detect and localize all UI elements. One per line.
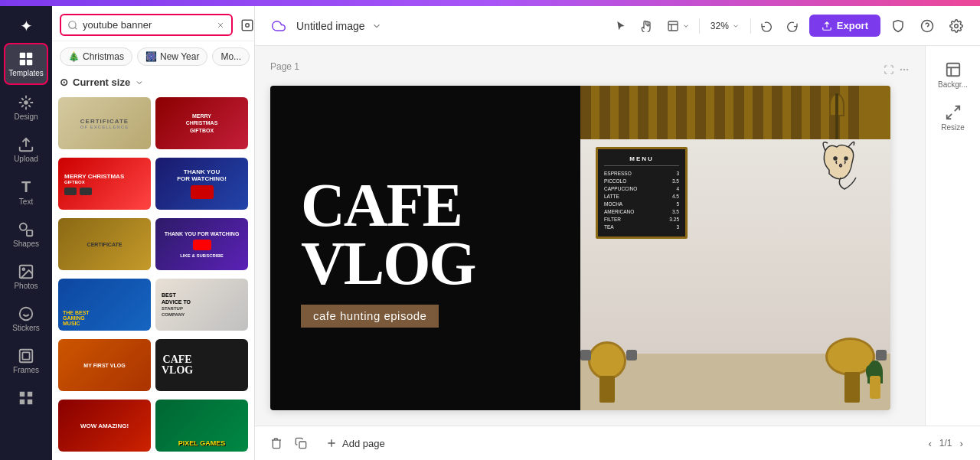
templates-label: Templates xyxy=(8,69,44,77)
search-input-wrap[interactable] xyxy=(60,14,233,36)
svg-rect-12 xyxy=(20,392,24,396)
sidebar-item-upload[interactable]: Upload xyxy=(4,130,48,169)
cafe-photo: MENU ESPRESSO 3 PICCOLO 3.5 xyxy=(580,86,890,410)
svg-rect-10 xyxy=(20,350,33,363)
visual-search-button[interactable] xyxy=(237,15,255,35)
sidebar-item-shapes[interactable]: Shapes xyxy=(4,215,48,254)
template-card[interactable]: MERRY CHRISTMAS GIFTBOX xyxy=(58,158,151,210)
expand-icon xyxy=(884,64,894,75)
chip-more[interactable]: Mo... xyxy=(212,47,250,66)
template-card[interactable]: THANK YOUFOR WATCHING! xyxy=(155,158,248,210)
search-input[interactable] xyxy=(83,19,211,31)
undo-icon xyxy=(760,20,773,32)
template-card[interactable]: THE BEST GAMING MUSIC xyxy=(58,279,151,331)
sidebar-item-more[interactable] xyxy=(4,383,48,413)
svg-rect-17 xyxy=(242,20,253,31)
shield-icon-button[interactable] xyxy=(887,15,910,38)
hand-tool-button[interactable] xyxy=(636,15,658,37)
main-content: Untitled image 32% xyxy=(255,6,980,460)
cafe-furniture xyxy=(580,303,890,403)
template-card[interactable]: MERRYCHRISTMASGIFTBOX xyxy=(155,97,248,149)
chip-christmas[interactable]: 🎄 Christmas xyxy=(60,47,132,66)
background-panel-item[interactable]: Backgr... xyxy=(930,55,976,95)
chevron-down-icon[interactable] xyxy=(371,21,382,31)
menu-item-name: MOCHA xyxy=(604,201,622,207)
sidebar-item-templates[interactable]: Templates xyxy=(4,43,48,85)
shapes-icon xyxy=(18,221,34,238)
next-page-button[interactable]: › xyxy=(956,436,968,452)
sidebar-item-photos[interactable]: Photos xyxy=(4,257,48,296)
template-card[interactable]: MY FIRST VLOG xyxy=(58,339,151,391)
help-button[interactable] xyxy=(916,15,939,38)
ellipsis-icon xyxy=(899,64,910,75)
left-sidebar: ✦ Templates Design Upload T Text Shapes … xyxy=(0,6,52,460)
menu-item-name: TEA xyxy=(604,224,614,230)
template-card[interactable]: PIXEL GAMES xyxy=(155,400,248,452)
brand-icon: ✦ xyxy=(20,17,33,35)
prev-page-button[interactable]: ‹ xyxy=(923,436,936,452)
menu-item: CAPPUCCINO 4 xyxy=(604,184,679,192)
trash-icon xyxy=(270,437,283,449)
menu-item-name: ESPRESSO xyxy=(604,171,632,176)
canvas-container: Page 1 CAFE VL xyxy=(255,46,925,426)
menu-item-price: 4 xyxy=(676,186,679,191)
duplicate-page-button[interactable] xyxy=(292,434,310,452)
menu-item-price: 3.5 xyxy=(672,209,679,214)
svg-point-5 xyxy=(20,223,27,230)
frames-icon xyxy=(18,347,34,364)
template-card[interactable]: BEST ADVICE TO STARTUP COMPANY xyxy=(155,279,248,331)
section-icon: ⊙ xyxy=(60,77,68,88)
menu-item-price: 5 xyxy=(676,201,679,207)
menu-item: MOCHA 5 xyxy=(604,200,679,207)
template-card[interactable]: CAFEVLOG xyxy=(155,339,248,391)
section-header[interactable]: ⊙ Current size xyxy=(52,72,254,93)
template-card[interactable]: CERTIFICATE xyxy=(58,218,151,270)
more-options-button[interactable] xyxy=(899,64,910,77)
chip-newyear[interactable]: 🎆 New Year xyxy=(137,47,207,66)
search-extra-buttons xyxy=(237,15,255,35)
svg-rect-13 xyxy=(28,392,32,396)
export-button[interactable]: Export xyxy=(809,15,880,37)
svg-rect-1 xyxy=(27,53,32,58)
sidebar-item-stickers[interactable]: Stickers xyxy=(4,299,48,338)
svg-rect-20 xyxy=(668,21,678,31)
brand-logo[interactable]: ✦ xyxy=(4,12,48,40)
more-icon xyxy=(18,390,34,406)
svg-point-26 xyxy=(834,157,837,160)
sidebar-item-design[interactable]: Design xyxy=(4,88,48,127)
resize-label: Resize xyxy=(941,123,965,132)
cat-illustration xyxy=(814,132,875,193)
redo-button[interactable] xyxy=(782,15,803,37)
layout-button[interactable] xyxy=(662,15,694,37)
menu-item-name: PICCOLO xyxy=(604,178,626,184)
delete-page-button[interactable] xyxy=(267,434,286,452)
background-label: Backgr... xyxy=(938,80,968,89)
select-tool-button[interactable] xyxy=(610,15,632,37)
doc-title[interactable]: Untitled image xyxy=(296,20,365,32)
svg-rect-11 xyxy=(22,352,29,359)
sidebar-item-text[interactable]: T Text xyxy=(4,172,48,212)
resize-panel-item[interactable]: Resize xyxy=(930,98,976,138)
template-card[interactable]: WOW AMAZING! xyxy=(58,400,151,452)
clear-search-button[interactable] xyxy=(216,21,225,30)
newyear-emoji: 🎆 xyxy=(145,51,157,62)
redo-icon xyxy=(786,20,799,32)
add-page-button[interactable]: Add page xyxy=(319,434,391,452)
search-icon xyxy=(67,20,78,31)
zoom-value: 32% xyxy=(710,21,729,31)
cloud-save-button[interactable] xyxy=(267,15,290,38)
template-card[interactable]: THANK YOU FOR WATCHING LIKE & SUBSCRIBE xyxy=(155,218,248,270)
hand-icon xyxy=(641,20,653,32)
sidebar-item-frames[interactable]: Frames xyxy=(4,341,48,380)
toolbar-right: Export xyxy=(809,15,968,38)
svg-rect-6 xyxy=(27,230,32,236)
expand-button[interactable] xyxy=(884,64,894,77)
zoom-control[interactable]: 32% xyxy=(704,18,746,34)
canvas-frame[interactable]: CAFE VLOG cafe hunting episode xyxy=(270,86,890,410)
svg-point-4 xyxy=(24,100,28,105)
settings-button[interactable] xyxy=(945,15,968,38)
svg-rect-28 xyxy=(946,64,959,77)
template-card[interactable]: CERTIFICATE OF EXCELLENCE xyxy=(58,97,151,149)
title-line1: CAFE xyxy=(301,171,462,239)
undo-button[interactable] xyxy=(756,15,777,37)
